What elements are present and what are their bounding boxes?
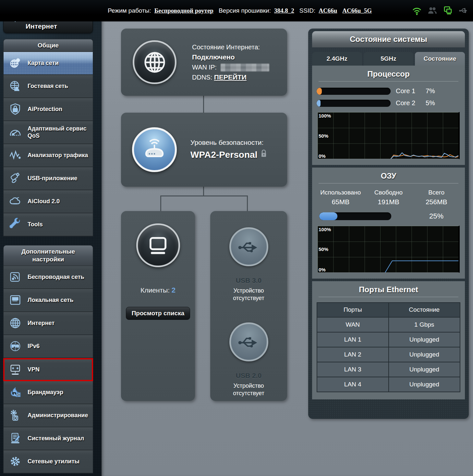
view-client-list-button[interactable]: Просмотр списка	[126, 307, 190, 320]
system-log-icon	[8, 431, 22, 445]
wifi-icon[interactable]	[412, 6, 422, 16]
core2-value: 5%	[426, 99, 435, 107]
core1-meter-fill	[317, 88, 322, 95]
sidebar-item-traffic-analyzer[interactable]: Анализатор трафика	[3, 144, 93, 167]
sidebar-item-administration[interactable]: Администри­рование	[3, 404, 93, 427]
clients-group-icon[interactable]	[428, 6, 437, 16]
security-level-label: Уровень безопасности:	[190, 137, 267, 148]
usb-icon[interactable]	[459, 6, 468, 16]
router-header-info: Режим работы: Беспроводной роутер Версия…	[108, 0, 374, 21]
traffic-analyzer-icon	[8, 148, 22, 162]
core2-meter	[317, 100, 391, 107]
port-name-cell: LAN 3	[317, 362, 389, 377]
core1-value: 7%	[426, 87, 435, 95]
gauge-icon	[8, 125, 22, 139]
sidebar-item-firewall[interactable]: Брандмауэр	[3, 381, 93, 404]
connector-line	[160, 195, 248, 196]
port-status-cell: Unplugged	[389, 347, 460, 362]
sidebar-item-guest-network[interactable]: Гостевая сеть	[3, 75, 93, 98]
ethernet-ports-section: Порты Ethernet Порты Состояние WAN 1 Gbp…	[312, 281, 465, 399]
sidebar-item-label: Гостевая сеть	[28, 82, 68, 90]
ram-graph-ylabel-0: 0%	[319, 267, 326, 272]
ram-graph-ylabel-100: 100%	[319, 227, 331, 232]
port-status-cell: Unplugged	[389, 377, 460, 392]
usb-card: USB 3.0 Устройство отсутствует USB 2.0 У…	[210, 211, 287, 401]
firmware-value-link[interactable]: 384.8_2	[274, 7, 294, 14]
ddns-go-link[interactable]: ПЕРЕЙТИ	[214, 73, 247, 81]
ram-used-label: Использовано	[317, 188, 365, 197]
sidebar: Быстрая настройка Интернет Общие Карта с…	[0, 0, 102, 476]
topbar: Режим работы: Беспроводной роутер Версия…	[0, 0, 473, 21]
cpu-section: Процессор Core 1 7% Core 2 5%	[312, 66, 465, 165]
sidebar-menu-advanced: Дополнительные настройки Беспроводная се…	[3, 245, 93, 473]
vpn-monitor-icon	[8, 362, 22, 377]
mode-value-link[interactable]: Беспроводной роутер	[154, 7, 213, 14]
cpu-graph-ylabel-0: 0%	[319, 153, 326, 159]
sidebar-item-lan[interactable]: Локальная сеть	[3, 289, 93, 312]
usb-stick-icon	[8, 171, 22, 185]
sidebar-item-label: AiProtection	[28, 106, 62, 113]
table-row: WAN 1 Gbps	[317, 317, 460, 332]
ssid-label: SSID:	[299, 7, 316, 14]
sidebar-item-tools[interactable]: Tools	[3, 213, 93, 236]
usb3-button[interactable]	[229, 227, 268, 266]
sidebar-item-label: AiCloud 2.0	[28, 198, 60, 205]
sidebar-item-label: IPv6	[28, 343, 40, 350]
security-card: Уровень безопасности: WPA2-Personal	[121, 113, 287, 187]
tab-5ghz[interactable]: 5GHz	[364, 52, 414, 66]
ssid-5g-link[interactable]: AC66u_5G	[342, 7, 372, 14]
clients-card: Клиенты: 2 Просмотр списка	[121, 211, 195, 401]
tab-24ghz[interactable]: 2.4GHz	[312, 52, 362, 66]
core2-row: Core 2 5%	[317, 99, 460, 107]
sidebar-item-system-log[interactable]: Системный журнал	[3, 427, 93, 450]
ssid-24-link[interactable]: AC66u	[319, 7, 337, 14]
table-row: LAN 2 Unplugged	[317, 347, 460, 362]
main-content: Состояние Интернета: Подключено WAN IP: …	[102, 21, 473, 476]
connector-line	[247, 195, 248, 211]
port-name-cell: LAN 4	[317, 377, 389, 392]
ram-percent: 25%	[429, 212, 443, 220]
clients-count-row: Клиенты: 2	[140, 286, 176, 294]
sidebar-item-internet[interactable]: Интернет	[3, 312, 93, 335]
clients-button[interactable]	[136, 223, 180, 267]
sidebar-item-usb-application[interactable]: USB-приложение	[3, 167, 93, 190]
security-level-value: WPA2-Personal	[190, 148, 257, 162]
status-tabs: 2.4GHz 5GHz Состояние	[312, 52, 465, 66]
admin-gears-icon	[8, 408, 22, 422]
network-tools-icon	[8, 454, 22, 469]
connector-line	[203, 187, 204, 196]
mode-label: Режим работы:	[108, 7, 151, 14]
ram-used-value: 65MB	[317, 197, 365, 207]
sidebar-item-network-map[interactable]: Карта сети	[3, 52, 93, 75]
sidebar-item-label: Tools	[28, 221, 43, 228]
wan-ip-label: WAN IP:	[192, 64, 217, 71]
ram-free-label: Свободно	[365, 188, 413, 197]
sidebar-item-label: USB-приложение	[28, 175, 77, 182]
sidebar-item-wireless[interactable]: Беспроводная сеть	[3, 266, 93, 289]
devices-sync-icon[interactable]	[443, 6, 453, 16]
system-status-title: Состояние системы	[312, 31, 465, 47]
sidebar-item-aiprotection[interactable]: AiProtection	[3, 98, 93, 121]
table-row: LAN 1 Unplugged	[317, 332, 460, 347]
internet-status-value: Подключено	[192, 52, 269, 62]
sidebar-item-adaptive-qos[interactable]: Адаптивный сервис QoS	[3, 121, 93, 144]
sidebar-item-label: Карта сети	[28, 59, 58, 67]
sidebar-item-label: Беспроводная сеть	[28, 273, 84, 281]
cpu-usage-graph: 100% 50% 0%	[317, 112, 460, 159]
sidebar-item-vpn[interactable]: VPN	[3, 358, 93, 381]
sidebar-item-aicloud[interactable]: AiCloud 2.0	[3, 190, 93, 213]
cpu-graph-ylabel-50: 50%	[319, 133, 328, 138]
internet-globe-button[interactable]	[133, 40, 176, 84]
wrench-icon	[8, 217, 22, 232]
ports-col-header: Порты	[317, 303, 389, 317]
sidebar-item-ipv6[interactable]: IPV6 IPv6	[3, 335, 93, 358]
ethernet-ports-title: Порты Ethernet	[319, 285, 458, 297]
router-security-button[interactable]	[132, 127, 177, 172]
port-name-cell: LAN 2	[317, 347, 389, 362]
tab-status[interactable]: Состояние	[415, 52, 465, 66]
cpu-title: Процессор	[319, 69, 458, 81]
svg-text:IPV6: IPV6	[12, 344, 19, 348]
ram-free-value: 191MB	[365, 197, 413, 207]
usb2-button[interactable]	[229, 322, 268, 361]
sidebar-item-network-tools[interactable]: Сетевые утилиты	[3, 450, 93, 473]
